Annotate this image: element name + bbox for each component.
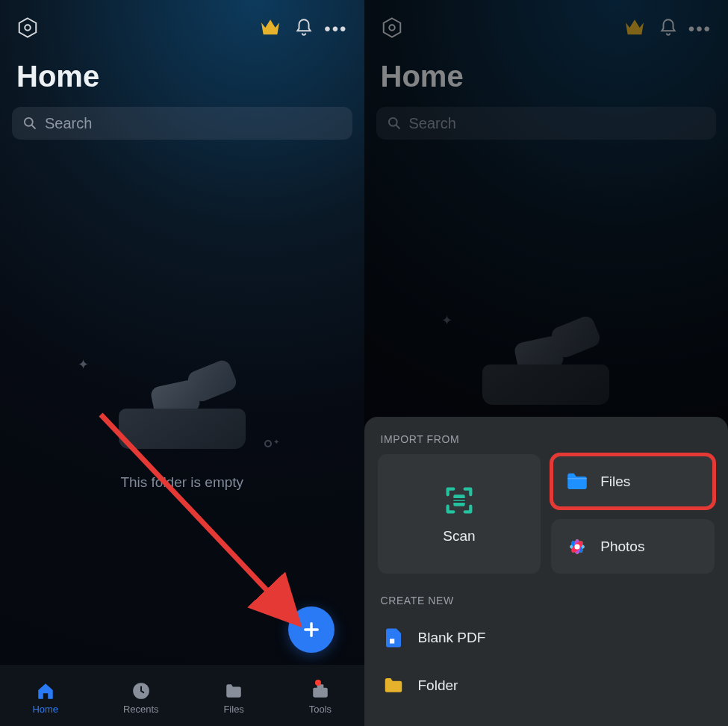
more-menu-icon: ••• [688, 19, 712, 40]
import-files-button[interactable]: Files [551, 454, 715, 509]
premium-crown-icon[interactable] [258, 16, 294, 43]
screen-right-add-sheet: ••• Home Search ✦ IMPORT FROM Scan Files [364, 0, 729, 726]
svg-marker-10 [383, 19, 400, 37]
tab-label: Home [32, 704, 58, 715]
clock-icon [131, 681, 151, 701]
svg-rect-14 [453, 494, 464, 506]
tab-bar: Home Recents Files Tools [0, 665, 364, 726]
svg-point-2 [25, 118, 33, 126]
tab-recents[interactable]: Recents [123, 681, 159, 715]
svg-point-25 [575, 544, 580, 549]
more-menu-icon[interactable]: ••• [324, 19, 347, 40]
create-blank-pdf-button[interactable]: Blank PDF [378, 615, 715, 660]
home-icon [36, 681, 55, 701]
notifications-bell-icon[interactable] [294, 18, 324, 40]
app-logo-icon[interactable] [12, 16, 39, 42]
empty-folder-illustration-icon: ✦ ✦ [108, 364, 257, 453]
search-input[interactable]: Search [12, 107, 352, 140]
svg-line-3 [32, 125, 36, 129]
tab-label: Files [223, 704, 243, 715]
create-blank-pdf-label: Blank PDF [418, 630, 486, 646]
top-bar: ••• [12, 12, 352, 46]
create-folder-label: Folder [418, 677, 458, 694]
create-folder-button[interactable]: Folder [378, 663, 715, 708]
tab-home[interactable]: Home [32, 681, 58, 715]
import-photos-label: Photos [600, 539, 644, 555]
empty-folder-illustration-icon: ✦ [471, 320, 620, 409]
svg-rect-26 [390, 639, 394, 643]
svg-point-11 [389, 25, 395, 31]
search-placeholder: Search [45, 115, 92, 132]
svg-marker-0 [19, 19, 37, 37]
import-from-label: IMPORT FROM [381, 433, 715, 445]
search-input: Search [376, 107, 717, 140]
tab-files[interactable]: Files [223, 681, 243, 715]
scan-icon [442, 483, 476, 518]
plus-icon [301, 619, 322, 640]
search-placeholder: Search [409, 115, 456, 132]
page-title: Home [16, 60, 352, 93]
import-scan-label: Scan [443, 528, 475, 544]
add-bottom-sheet: IMPORT FROM Scan Files Photos CREATE NEW [364, 417, 729, 726]
premium-crown-icon [623, 16, 659, 43]
add-button[interactable] [288, 606, 335, 653]
folder-icon [224, 681, 243, 701]
screen-left-home: ••• Home Search ✦ ✦ This folder is empty… [0, 0, 364, 726]
app-logo-icon [376, 16, 403, 42]
search-icon [387, 116, 402, 131]
notifications-bell-icon [659, 18, 688, 40]
page-title: Home [381, 60, 717, 93]
top-bar: ••• [376, 12, 717, 46]
create-new-label: CREATE NEW [381, 595, 715, 606]
search-icon [22, 116, 37, 131]
folder-icon [382, 674, 405, 697]
import-photos-button[interactable]: Photos [551, 519, 715, 574]
tab-tools[interactable]: Tools [309, 681, 332, 715]
folder-icon [564, 469, 590, 494]
svg-point-12 [388, 118, 396, 126]
import-files-label: Files [600, 474, 630, 490]
pdf-file-icon [382, 627, 405, 649]
svg-point-1 [25, 25, 31, 31]
photos-icon [564, 534, 590, 559]
tab-label: Recents [123, 704, 159, 715]
import-scan-button[interactable]: Scan [378, 454, 541, 574]
svg-rect-7 [313, 687, 328, 697]
tab-label: Tools [309, 704, 332, 715]
svg-line-13 [396, 125, 399, 129]
empty-state-text: This folder is empty [120, 474, 243, 491]
notification-dot-icon [315, 680, 321, 686]
